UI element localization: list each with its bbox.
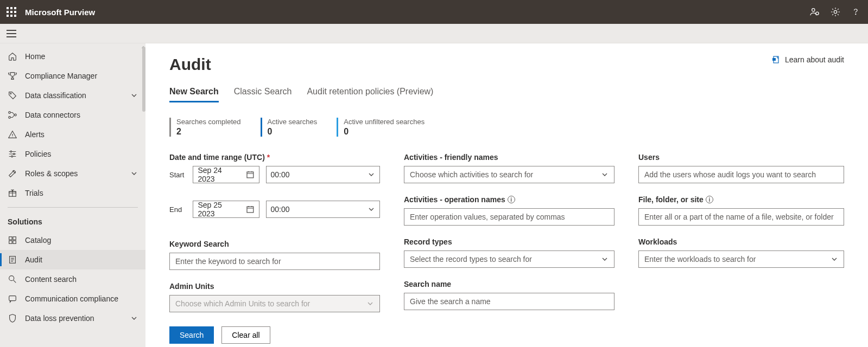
svg-rect-18 bbox=[9, 296, 16, 301]
tab-classic-search[interactable]: Classic Search bbox=[234, 85, 292, 102]
sidebar-item-catalog[interactable]: Catalog bbox=[0, 230, 145, 250]
svg-rect-22 bbox=[247, 207, 254, 213]
workloads-dropdown[interactable]: Enter the workloads to search for bbox=[638, 250, 844, 268]
field-label-date-range: Date and time range (UTC) * bbox=[169, 153, 380, 162]
placeholder-text: Enter the workloads to search for bbox=[644, 255, 756, 264]
sidebar-item-audit[interactable]: Audit bbox=[0, 250, 145, 269]
search-button[interactable]: Search bbox=[169, 326, 214, 344]
topbar-right bbox=[809, 7, 861, 17]
trophy-icon bbox=[8, 71, 17, 81]
learn-about-audit-link[interactable]: Learn about audit bbox=[772, 55, 844, 64]
activities-op-input[interactable]: Enter operation values, separated by com… bbox=[404, 208, 614, 226]
sidebar-divider bbox=[8, 207, 138, 208]
sidebar-item-roles-scopes[interactable]: Roles & scopes bbox=[0, 164, 145, 183]
label-text: File, folder, or site bbox=[638, 195, 704, 204]
users-input[interactable]: Add the users whose audit logs you want … bbox=[638, 166, 844, 183]
settings-gear-icon[interactable] bbox=[830, 7, 841, 17]
record-types-dropdown[interactable]: Select the record types to search for bbox=[404, 250, 614, 268]
placeholder-text: Add the users whose audit logs you want … bbox=[644, 170, 816, 179]
end-label: End bbox=[169, 205, 186, 214]
start-row: Start Sep 24 2023 00:00 bbox=[169, 166, 380, 183]
form-col-1: Date and time range (UTC) * Start Sep 24… bbox=[169, 153, 380, 312]
home-icon bbox=[8, 52, 17, 61]
svg-rect-14 bbox=[9, 241, 12, 243]
form-grid: Date and time range (UTC) * Start Sep 24… bbox=[169, 153, 844, 312]
sidebar-item-content-search[interactable]: Content search bbox=[0, 269, 145, 289]
grid-icon bbox=[8, 235, 17, 245]
keyword-input[interactable]: Enter the keyword to search for bbox=[169, 253, 380, 270]
stat-label: Active unfiltered searches bbox=[344, 118, 425, 126]
start-time-input[interactable]: 00:00 bbox=[266, 166, 380, 183]
hamburger-icon[interactable] bbox=[7, 30, 16, 37]
field-activities-friendly: Activities - friendly names Choose which… bbox=[404, 153, 614, 183]
placeholder-text: Give the search a name bbox=[410, 297, 491, 306]
sidebar: Home Compliance Manager Data classificat… bbox=[0, 43, 145, 347]
tab-audit-retention-policies[interactable]: Audit retention policies (Preview) bbox=[307, 85, 433, 102]
help-icon[interactable] bbox=[851, 7, 861, 17]
stats-row: Searches completed 2 Active searches 0 A… bbox=[169, 118, 844, 137]
field-workloads: Workloads Enter the workloads to search … bbox=[638, 237, 844, 268]
placeholder-text: Enter all or a part of the name of a fil… bbox=[644, 213, 834, 221]
sidebar-item-data-loss-prevention[interactable]: Data loss prevention bbox=[0, 309, 145, 328]
start-date-input[interactable]: Sep 24 2023 bbox=[193, 166, 259, 183]
form-col-3: Users Add the users whose audit logs you… bbox=[638, 153, 844, 268]
activities-friendly-dropdown[interactable]: Choose which activities to search for bbox=[404, 166, 614, 183]
stat-label: Searches completed bbox=[176, 118, 241, 126]
info-icon[interactable]: i bbox=[706, 196, 713, 203]
tag-icon bbox=[8, 91, 17, 100]
stat-value: 0 bbox=[344, 127, 425, 137]
sidebar-item-data-connectors[interactable]: Data connectors bbox=[0, 105, 145, 125]
sidebar-item-trials[interactable]: Trials bbox=[0, 183, 145, 203]
placeholder-text: Enter operation values, separated by com… bbox=[410, 213, 565, 221]
info-icon[interactable]: i bbox=[508, 196, 515, 203]
sidebar-label: Home bbox=[25, 52, 45, 61]
sidebar-label: Compliance Manager bbox=[25, 72, 97, 80]
file-input[interactable]: Enter all or a part of the name of a fil… bbox=[638, 208, 844, 226]
svg-point-8 bbox=[10, 151, 12, 152]
svg-rect-12 bbox=[9, 237, 12, 240]
chevron-down-icon bbox=[130, 314, 138, 322]
sidebar-label: Policies bbox=[25, 150, 51, 158]
field-label-admin-units: Admin Units bbox=[169, 282, 380, 291]
field-search-name: Search name Give the search a name bbox=[404, 280, 614, 310]
field-label-file: File, folder, or site i bbox=[638, 195, 844, 204]
svg-point-7 bbox=[15, 114, 17, 116]
topbar-left: Microsoft Purview bbox=[7, 7, 95, 17]
stat-label: Active searches bbox=[268, 118, 318, 126]
sidebar-item-home[interactable]: Home bbox=[0, 47, 145, 66]
clear-all-button[interactable]: Clear all bbox=[221, 326, 270, 344]
calendar-icon bbox=[246, 205, 255, 214]
tab-new-search[interactable]: New Search bbox=[169, 85, 219, 102]
svg-point-17 bbox=[9, 276, 14, 281]
field-keyword-search: Keyword Search Enter the keyword to sear… bbox=[169, 240, 380, 270]
chevron-down-icon bbox=[366, 300, 374, 307]
end-time-input[interactable]: 00:00 bbox=[266, 201, 380, 218]
sidebar-item-communication-compliance[interactable]: Communication compliance bbox=[0, 289, 145, 309]
sidebar-item-compliance-manager[interactable]: Compliance Manager bbox=[0, 66, 145, 86]
field-admin-units: Admin Units Choose which Admin Units to … bbox=[169, 282, 380, 312]
connector-icon bbox=[8, 110, 17, 120]
field-label-workloads: Workloads bbox=[638, 237, 844, 246]
people-settings-icon[interactable] bbox=[809, 7, 820, 17]
stat-active-searches: Active searches 0 bbox=[261, 118, 318, 137]
sidebar-item-alerts[interactable]: Alerts bbox=[0, 125, 145, 144]
end-time-value: 00:00 bbox=[271, 205, 290, 214]
placeholder-text: Enter the keyword to search for bbox=[175, 257, 281, 266]
end-date-input[interactable]: Sep 25 2023 bbox=[193, 201, 259, 218]
app-launcher-icon[interactable] bbox=[7, 7, 16, 17]
admin-units-dropdown: Choose which Admin Units to search for bbox=[169, 295, 380, 312]
search-name-input[interactable]: Give the search a name bbox=[404, 293, 614, 310]
shield-icon bbox=[8, 313, 17, 323]
learn-link-label: Learn about audit bbox=[785, 55, 844, 64]
field-record-types: Record types Select the record types to … bbox=[404, 237, 614, 268]
main-header: Audit Learn about audit bbox=[169, 55, 844, 74]
sidebar-label: Content search bbox=[25, 275, 77, 284]
sidebar-label: Alerts bbox=[25, 130, 45, 139]
sidebar-item-policies[interactable]: Policies bbox=[0, 144, 145, 164]
search-icon bbox=[8, 274, 17, 284]
stat-value: 0 bbox=[268, 127, 318, 137]
sidebar-item-data-classification[interactable]: Data classification bbox=[0, 86, 145, 105]
gift-icon bbox=[8, 188, 17, 198]
svg-rect-21 bbox=[247, 172, 254, 178]
field-date-range: Date and time range (UTC) * Start Sep 24… bbox=[169, 153, 380, 228]
